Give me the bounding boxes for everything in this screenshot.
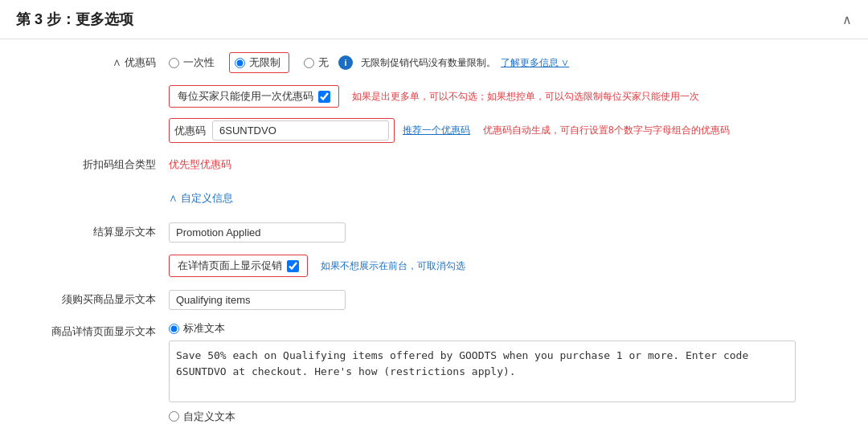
- combo-type-label: 折扣码组合类型: [24, 157, 169, 172]
- must-buy-row: 须购买商品显示文本: [24, 284, 844, 315]
- radio-unlimited-label: 无限制: [249, 55, 280, 70]
- suggest-link[interactable]: 推荐一个优惠码: [403, 124, 470, 137]
- page-container: 第 3 步：更多选项 ∧ ∧ 优惠码 一次性 无限制: [0, 0, 868, 424]
- display-promotion-row: 在详情页面上显示促销 如果不想展示在前台，可取消勾选: [24, 251, 844, 281]
- radio-custom[interactable]: 自定义文本: [169, 410, 844, 424]
- coupon-type-content: 一次性 无限制 无 i 无限制促销代码没有数量限制。 了解更多信息 ∨: [169, 52, 844, 73]
- checkout-text-label: 结算显示文本: [24, 225, 169, 239]
- radio-standard[interactable]: 标准文本: [169, 321, 844, 336]
- product-detail-label: 商品详情页面显示文本: [24, 321, 169, 339]
- coupon-type-label: ∧ 优惠码: [24, 55, 169, 70]
- combo-type-row: 折扣码组合类型 优先型优惠码: [24, 149, 844, 180]
- must-buy-content: [169, 290, 844, 310]
- display-promotion-bordered: 在详情页面上显示促销: [169, 255, 308, 277]
- coupon-type-label-text: ∧ 优惠码: [113, 56, 156, 68]
- coupon-inline-label: 优惠码: [174, 124, 206, 138]
- display-promotion-label-text: 在详情页面上显示促销: [178, 259, 282, 273]
- combo-type-value: 优先型优惠码: [169, 157, 231, 172]
- custom-info-heading[interactable]: ∧ 自定义信息: [169, 191, 233, 206]
- radio-once-label: 一次性: [183, 55, 215, 70]
- radio-none[interactable]: 无: [304, 55, 329, 70]
- standard-text-area: Save 50% each on Qualifying items offere…: [169, 340, 796, 402]
- product-detail-content: 标准文本 Save 50% each on Qualifying items o…: [169, 321, 844, 424]
- must-buy-input[interactable]: [169, 290, 346, 310]
- radio-unlimited-input[interactable]: [235, 58, 245, 68]
- collapse-icon[interactable]: ∧: [842, 12, 852, 27]
- per-buyer-hint: 如果是出更多单，可以不勾选；如果想控单，可以勾选限制每位买家只能使用一次: [352, 90, 699, 104]
- per-buyer-bordered: 每位买家只能使用一次优惠码: [169, 85, 339, 108]
- must-buy-label: 须购买商品显示文本: [24, 292, 169, 307]
- radio-none-input[interactable]: [304, 58, 314, 68]
- standard-text-container: Save 50% each on Qualifying items offere…: [169, 340, 844, 405]
- product-detail-row: 商品详情页面显示文本 标准文本 Save 50% each on Qualify…: [24, 318, 844, 424]
- info-hint: 无限制促销代码没有数量限制。: [361, 56, 496, 70]
- section-title: 第 3 步：更多选项: [16, 10, 133, 29]
- radio-once[interactable]: 一次性: [169, 55, 215, 70]
- checkout-text-content: [169, 222, 844, 243]
- checkout-text-row: 结算显示文本: [24, 217, 844, 247]
- radio-standard-label: 标准文本: [183, 321, 225, 336]
- display-promotion-content: 在详情页面上显示促销 如果不想展示在前台，可取消勾选: [169, 255, 844, 277]
- radio-unlimited[interactable]: 无限制: [229, 52, 289, 73]
- coupon-code-row: 优惠码 推荐一个优惠码 优惠码自动生成，可自行设置8个数字与字母组合的优惠码: [24, 115, 844, 146]
- display-promotion-hint: 如果不想展示在前台，可取消勾选: [321, 259, 465, 273]
- display-promotion-checkbox[interactable]: [287, 260, 299, 272]
- custom-info-content: ∧ 自定义信息: [169, 191, 844, 206]
- per-buyer-label-text: 每位买家只能使用一次优惠码: [178, 89, 313, 104]
- per-buyer-row: 每位买家只能使用一次优惠码 如果是出更多单，可以不勾选；如果想控单，可以勾选限制…: [24, 81, 844, 112]
- coupon-code-hint: 优惠码自动生成，可自行设置8个数字与字母组合的优惠码: [483, 124, 730, 137]
- radio-custom-label: 自定义文本: [183, 410, 235, 424]
- coupon-type-radio-group: 一次性 无限制 无: [169, 52, 329, 73]
- coupon-code-wrapper: 优惠码: [169, 118, 395, 143]
- section-body: ∧ 优惠码 一次性 无限制: [0, 39, 868, 424]
- per-buyer-content: 每位买家只能使用一次优惠码 如果是出更多单，可以不勾选；如果想控单，可以勾选限制…: [169, 85, 844, 108]
- coupon-code-content: 优惠码 推荐一个优惠码 优惠码自动生成，可自行设置8个数字与字母组合的优惠码: [169, 118, 844, 143]
- more-info-link[interactable]: 了解更多信息 ∨: [501, 56, 569, 70]
- checkout-text-input[interactable]: [169, 222, 346, 243]
- combo-type-content: 优先型优惠码: [169, 157, 844, 172]
- section-header: 第 3 步：更多选项 ∧: [0, 0, 868, 39]
- coupon-code-input[interactable]: [212, 120, 389, 141]
- radio-none-label: 无: [318, 55, 329, 70]
- radio-standard-input[interactable]: [169, 324, 179, 334]
- radio-custom-input[interactable]: [169, 411, 179, 422]
- radio-once-input[interactable]: [169, 58, 179, 68]
- info-icon[interactable]: i: [338, 55, 353, 70]
- per-buyer-checkbox[interactable]: [318, 91, 330, 103]
- coupon-type-row: ∧ 优惠码 一次性 无限制: [24, 47, 844, 78]
- custom-info-heading-row: ∧ 自定义信息: [24, 183, 844, 214]
